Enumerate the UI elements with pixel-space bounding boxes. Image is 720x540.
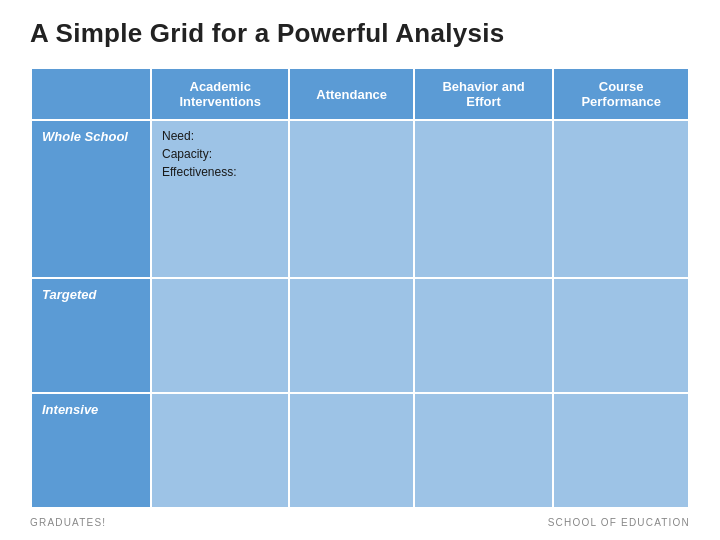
row-label-targeted: Targeted [31,278,151,393]
footer-left: GRADUATES! [30,517,106,528]
header-col2: Attendance [289,68,414,120]
cell-intensive-course [553,393,689,508]
header-col0 [31,68,151,120]
cell-intensive-attendance [289,393,414,508]
cell-targeted-attendance [289,278,414,393]
header-col3: Behavior andEffort [414,68,553,120]
cell-whole-school-interventions: Need: Capacity: Effectiveness: [151,120,289,278]
cell-intensive-behavior [414,393,553,508]
header-col4: CoursePerformance [553,68,689,120]
row-label-whole-school: Whole School [31,120,151,278]
table-row: Whole School Need: Capacity: Effectivene… [31,120,689,278]
page: A Simple Grid for a Powerful Analysis Ac… [0,0,720,540]
analysis-grid: AcademicInterventions Attendance Behavio… [30,67,690,509]
cell-whole-school-course [553,120,689,278]
footer: GRADUATES! SCHOOL OF EDUCATION [30,515,690,530]
page-title: A Simple Grid for a Powerful Analysis [30,18,690,49]
cell-items: Need: Capacity: Effectiveness: [162,129,278,179]
cell-intensive-interventions [151,393,289,508]
need-label: Need: [162,129,278,143]
table-row: Intensive [31,393,689,508]
header-col1: AcademicInterventions [151,68,289,120]
cell-targeted-course [553,278,689,393]
table-row: Targeted [31,278,689,393]
capacity-label: Capacity: [162,147,278,161]
cell-targeted-interventions [151,278,289,393]
cell-whole-school-behavior [414,120,553,278]
row-label-intensive: Intensive [31,393,151,508]
effectiveness-label: Effectiveness: [162,165,278,179]
cell-whole-school-attendance [289,120,414,278]
cell-targeted-behavior [414,278,553,393]
footer-right: SCHOOL OF EDUCATION [548,517,690,528]
